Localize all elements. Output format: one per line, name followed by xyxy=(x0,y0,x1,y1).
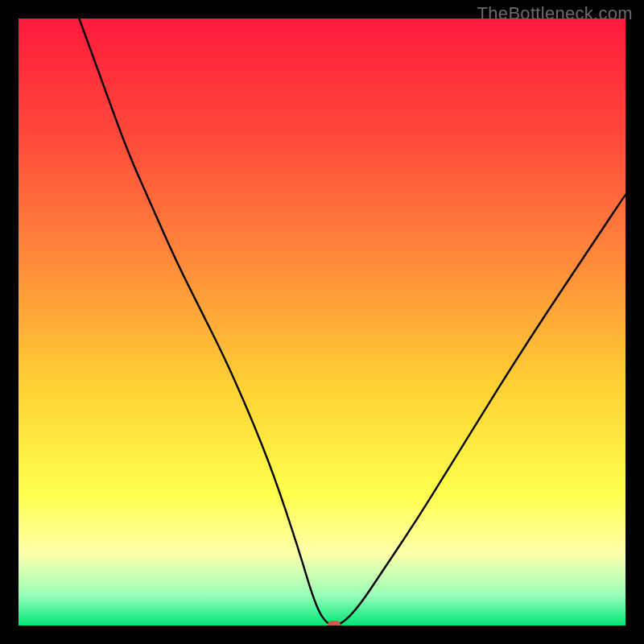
bottleneck-chart xyxy=(19,19,625,625)
gradient-background xyxy=(19,19,625,625)
optimal-marker xyxy=(328,621,341,625)
chart-frame: TheBottleneck.com xyxy=(0,0,644,644)
